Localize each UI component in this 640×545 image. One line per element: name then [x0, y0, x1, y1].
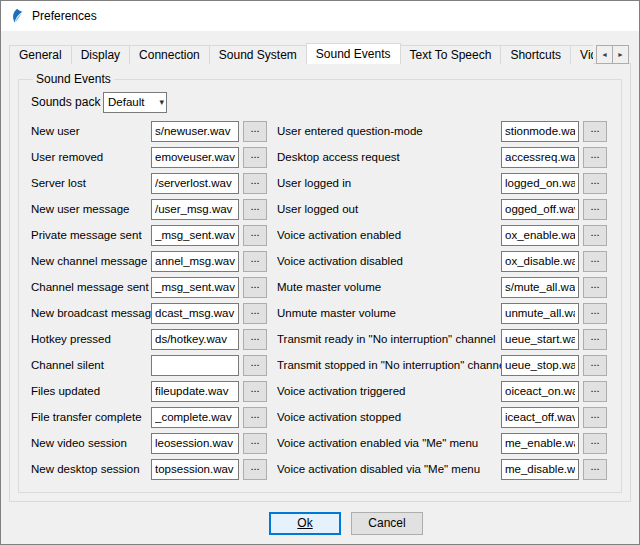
- sound-event-label: Voice activation stopped: [277, 411, 501, 423]
- sound-event-row: New channel message ...: [31, 248, 267, 274]
- browse-button[interactable]: ...: [583, 303, 607, 324]
- tab-text-to-speech[interactable]: Text To Speech: [400, 45, 502, 64]
- preferences-window: Preferences GeneralDisplayConnectionSoun…: [0, 0, 640, 545]
- sound-file-input[interactable]: [501, 329, 579, 350]
- tab-sound-events[interactable]: Sound Events: [306, 43, 401, 64]
- sound-event-label: New broadcast message: [31, 307, 151, 319]
- sound-file-input[interactable]: [151, 355, 239, 376]
- sound-file-input[interactable]: [151, 147, 239, 168]
- sound-event-label: New user message: [31, 203, 151, 215]
- tab-sound-system[interactable]: Sound System: [209, 45, 307, 64]
- sound-event-row: User logged out ...: [277, 196, 609, 222]
- sound-file-input[interactable]: [501, 199, 579, 220]
- sound-file-input[interactable]: [501, 225, 579, 246]
- browse-button[interactable]: ...: [583, 147, 607, 168]
- browse-button[interactable]: ...: [243, 381, 267, 402]
- sound-event-row: Voice activation enabled via "Me" menu .…: [277, 430, 609, 456]
- dialog-button-row: Ok Cancel: [27, 502, 640, 544]
- browse-button[interactable]: ...: [583, 225, 607, 246]
- sound-event-row: New user ...: [31, 118, 267, 144]
- browse-button[interactable]: ...: [583, 407, 607, 428]
- browse-button[interactable]: ...: [243, 147, 267, 168]
- browse-button[interactable]: ...: [243, 121, 267, 142]
- browse-button[interactable]: ...: [583, 277, 607, 298]
- browse-button[interactable]: ...: [243, 459, 267, 480]
- tab-page-sound-events: Sound Events Sounds pack Default ▾ New u…: [9, 63, 631, 502]
- sound-file-input[interactable]: [501, 147, 579, 168]
- sound-event-label: User logged in: [277, 177, 501, 189]
- sound-file-input[interactable]: [501, 355, 579, 376]
- browse-button[interactable]: ...: [243, 225, 267, 246]
- ok-button[interactable]: Ok: [269, 512, 341, 535]
- sound-file-input[interactable]: [501, 121, 579, 142]
- sound-event-row: Voice activation triggered ...: [277, 378, 609, 404]
- sound-file-input[interactable]: [151, 407, 239, 428]
- sound-event-label: User logged out: [277, 203, 501, 215]
- tab-video[interactable]: Video: [570, 45, 593, 64]
- sound-event-label: Voice activation enabled via "Me" menu: [277, 437, 501, 449]
- tab-scroll-right-button[interactable]: ►: [612, 45, 629, 64]
- sound-event-label: Voice activation disabled via "Me" menu: [277, 463, 501, 475]
- sound-event-row: Voice activation enabled ...: [277, 222, 609, 248]
- sound-file-input[interactable]: [151, 329, 239, 350]
- group-title: Sound Events: [33, 72, 114, 86]
- browse-button[interactable]: ...: [243, 355, 267, 376]
- sound-file-input[interactable]: [501, 433, 579, 454]
- sound-file-input[interactable]: [151, 381, 239, 402]
- sound-file-input[interactable]: [151, 121, 239, 142]
- browse-button[interactable]: ...: [243, 329, 267, 350]
- sound-file-input[interactable]: [501, 407, 579, 428]
- tab-scrollers: ◄ ►: [597, 45, 629, 64]
- sound-event-row: Hotkey pressed ...: [31, 326, 267, 352]
- sound-event-label: Desktop access request: [277, 151, 501, 163]
- cancel-button[interactable]: Cancel: [351, 512, 423, 535]
- tab-scroll-left-button[interactable]: ◄: [596, 45, 613, 64]
- sound-event-label: Channel message sent: [31, 281, 151, 293]
- sound-event-row: User logged in ...: [277, 170, 609, 196]
- sound-file-input[interactable]: [501, 381, 579, 402]
- sound-file-input[interactable]: [501, 277, 579, 298]
- sound-file-input[interactable]: [151, 433, 239, 454]
- sounds-pack-value: Default: [108, 96, 159, 108]
- browse-button[interactable]: ...: [243, 433, 267, 454]
- sound-file-input[interactable]: [151, 459, 239, 480]
- sounds-pack-select[interactable]: Default ▾: [103, 92, 167, 113]
- browse-button[interactable]: ...: [243, 199, 267, 220]
- sound-file-input[interactable]: [501, 251, 579, 272]
- browse-button[interactable]: ...: [583, 355, 607, 376]
- sound-event-label: Unmute master volume: [277, 307, 501, 319]
- browse-button[interactable]: ...: [583, 251, 607, 272]
- browse-button[interactable]: ...: [583, 459, 607, 480]
- browse-button[interactable]: ...: [583, 329, 607, 350]
- sound-event-label: User removed: [31, 151, 151, 163]
- sound-file-input[interactable]: [151, 199, 239, 220]
- browse-button[interactable]: ...: [583, 121, 607, 142]
- browse-button[interactable]: ...: [583, 381, 607, 402]
- browse-button[interactable]: ...: [243, 407, 267, 428]
- sound-file-input[interactable]: [151, 251, 239, 272]
- sound-event-row: Channel message sent ...: [31, 274, 267, 300]
- sound-file-input[interactable]: [501, 173, 579, 194]
- tab-display[interactable]: Display: [71, 45, 130, 64]
- sound-file-input[interactable]: [501, 459, 579, 480]
- chevron-down-icon: ▾: [159, 97, 164, 107]
- sound-file-input[interactable]: [151, 303, 239, 324]
- tab-general[interactable]: General: [9, 45, 72, 64]
- browse-button[interactable]: ...: [583, 173, 607, 194]
- sound-event-label: User entered question-mode: [277, 125, 501, 137]
- browse-button[interactable]: ...: [583, 199, 607, 220]
- tab-connection[interactable]: Connection: [129, 45, 210, 64]
- sound-file-input[interactable]: [501, 303, 579, 324]
- sound-event-label: New channel message: [31, 255, 151, 267]
- browse-button[interactable]: ...: [243, 277, 267, 298]
- browse-button[interactable]: ...: [243, 173, 267, 194]
- browse-button[interactable]: ...: [243, 303, 267, 324]
- sound-file-input[interactable]: [151, 173, 239, 194]
- browse-button[interactable]: ...: [243, 251, 267, 272]
- sound-event-row: New broadcast message ...: [31, 300, 267, 326]
- tab-shortcuts[interactable]: Shortcuts: [500, 45, 571, 64]
- browse-button[interactable]: ...: [583, 433, 607, 454]
- sound-file-input[interactable]: [151, 225, 239, 246]
- sound-file-input[interactable]: [151, 277, 239, 298]
- sound-event-row: Mute master volume ...: [277, 274, 609, 300]
